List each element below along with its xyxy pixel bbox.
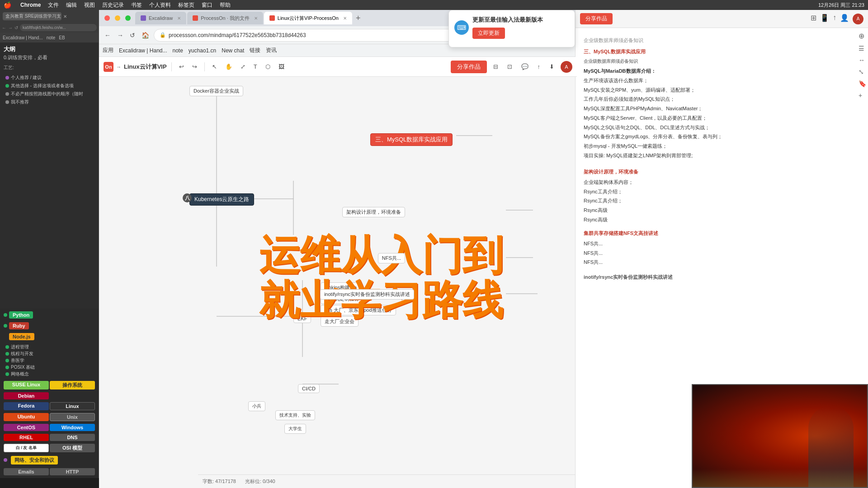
mac-menu-help[interactable]: 帮助 — [220, 1, 231, 9]
node-fedora[interactable]: Fedora — [4, 402, 49, 410]
ri-arrow[interactable]: ↔ — [859, 56, 866, 64]
second-browser-tab[interactable]: 盒兴教育 SRE训练营学习支... — [3, 12, 61, 20]
bm-newchat[interactable]: New chat — [222, 47, 244, 54]
node-docker[interactable]: Docker容器企业实战 — [189, 86, 243, 96]
proc-node-2[interactable]: 兽医学 — [11, 357, 24, 364]
mac-menu-chrome[interactable]: Chrome — [20, 2, 41, 8]
mindmap-toolbar: On → Linux云计算VIP ↩ ↪ ↖ ✋ ⤢ T ⬡ 🖼 分享作品 ⊟ … — [99, 57, 577, 77]
second-browser-url[interactable]: ka5ftfsqk5.feishu.cn/w... — [20, 24, 97, 31]
node-windows[interactable]: Windows — [50, 424, 95, 431]
rp-icon-person[interactable]: 👤 — [840, 14, 849, 24]
traffic-yellow[interactable] — [115, 15, 120, 21]
proc-node-4[interactable]: 网络概念 — [11, 371, 29, 377]
tab-excalidraw[interactable]: Excalidraw ✕ — [135, 12, 186, 24]
node-ubuntu[interactable]: Ubuntu — [4, 413, 49, 421]
proc-node-1[interactable]: 线程与开发 — [11, 351, 33, 357]
connect-btn[interactable]: ⤢ — [238, 61, 248, 72]
node-nodejs[interactable]: Node.js — [9, 333, 34, 340]
fit-btn[interactable]: ⊡ — [505, 61, 515, 72]
word-count: 字数: 47/17178 — [203, 478, 236, 485]
bm-link[interactable]: 链接 — [250, 47, 260, 54]
node-small[interactable]: 小兵 — [248, 401, 265, 411]
node-linux[interactable]: Linux — [50, 402, 95, 410]
notif-update-btn[interactable]: 立即更新 — [472, 28, 505, 39]
zoom-btn[interactable]: ⊟ — [491, 61, 501, 72]
cursor-btn[interactable]: ↖ — [209, 61, 220, 72]
tab-processon-files[interactable]: ProcessOn · 我的文件 ✕ — [187, 12, 263, 24]
new-tab-button[interactable]: + — [353, 14, 363, 23]
node-suse[interactable]: SUSE Linux — [4, 381, 49, 389]
comment-btn[interactable]: 💬 — [519, 61, 531, 72]
text-btn[interactable]: T — [251, 61, 260, 72]
download-btn[interactable]: ⬇ — [547, 61, 557, 72]
mac-menu-profile[interactable]: 个人资料 — [149, 1, 171, 9]
node-unix[interactable]: Unix — [50, 413, 95, 421]
sb-bm-1[interactable]: Excalidraw | Hand... — [3, 35, 43, 40]
share-icon-btn[interactable]: ↑ — [535, 61, 543, 72]
bm-yuchao[interactable]: yuchao1.cn — [189, 47, 216, 54]
rp-icon-layout[interactable]: ⊞ — [811, 14, 816, 24]
topbar-time: 12月26日 周三 21:23 — [818, 2, 864, 9]
mac-menu-view[interactable]: 视图 — [84, 1, 95, 9]
node-debian[interactable]: Debian — [4, 392, 49, 399]
proc-node-0[interactable]: 进程管理 — [11, 344, 29, 350]
notification-popup: ⌨ 更新至最佳输入法最新版本 立即更新 — [448, 10, 575, 47]
mac-menu-edit[interactable]: 编辑 — [66, 1, 77, 9]
proc-node-3[interactable]: POSIX 基础 — [11, 364, 35, 371]
tab-linux-vip[interactable]: Linux云计算VIP-ProcessOn ✕ — [264, 12, 352, 24]
node-osimodel[interactable]: OSI 模型 — [50, 444, 95, 452]
node-rhel[interactable]: RHEL — [4, 434, 49, 441]
node-nfs-cluster[interactable]: NFS共... — [378, 253, 405, 263]
mac-menu-window[interactable]: 窗口 — [202, 1, 212, 9]
node-ruby[interactable]: Ruby — [9, 322, 29, 329]
rp-icon-avatar2[interactable]: A — [853, 14, 863, 24]
home-button[interactable]: 🏠 — [140, 30, 151, 41]
node-network[interactable]: 网络、安全和协议 — [11, 456, 58, 465]
bm-apps[interactable]: 应用 — [103, 47, 113, 54]
bm-note[interactable]: note — [173, 47, 183, 54]
rp-icon-share2[interactable]: ↑ — [833, 14, 836, 24]
rp-toolbar: 分享作品 ⊞ 📱 ↑ 👤 A — [576, 10, 868, 28]
redo-btn[interactable]: ↪ — [189, 61, 200, 72]
node-bigeng[interactable]: 大学生 — [284, 424, 306, 434]
rp-share-btn[interactable]: 分享作品 — [580, 13, 613, 24]
ri-add[interactable]: ⊕ — [859, 32, 866, 40]
sb-bm-2[interactable]: note — [47, 35, 55, 40]
mac-menu-history[interactable]: 历史记录 — [102, 1, 124, 9]
node-arch[interactable]: 架构设计原理，环境准备 — [342, 207, 405, 217]
undo-btn[interactable]: ↩ — [176, 61, 187, 72]
hand-btn[interactable]: ✋ — [222, 61, 235, 72]
node-inotify[interactable]: inotify/rsync实时备份监测秒科实战讲述 — [320, 289, 414, 300]
ri-plus2[interactable]: + — [859, 92, 866, 99]
ri-expand[interactable]: ⤡ — [859, 68, 866, 75]
avatar-btn[interactable]: A — [561, 61, 572, 73]
node-python[interactable]: Python — [9, 311, 33, 319]
node-whitelist[interactable]: 白 / 友 名单 — [4, 444, 49, 452]
forward-button[interactable]: → — [115, 30, 125, 41]
left-sidebar: 盒兴教育 SRE训练营学习支... ✕ ← → ↺ ka5ftfsqk5.fei… — [0, 0, 99, 478]
ri-bookmark[interactable]: 🔖 — [859, 80, 866, 87]
bm-excalidraw[interactable]: Excalidraw | Hand... — [119, 47, 167, 54]
ri-menu[interactable]: ☰ — [859, 45, 866, 52]
traffic-green[interactable] — [125, 15, 131, 21]
mindmap-canvas[interactable]: Docker容器企业实战 Kubernetes云原生之路 八 EKF jenki… — [99, 77, 577, 474]
mac-menu-file[interactable]: 文件 — [48, 1, 59, 9]
node-email[interactable]: Emails — [4, 468, 49, 475]
rp-icon-phone[interactable]: 📱 — [820, 14, 829, 24]
node-http[interactable]: HTTP — [50, 468, 95, 475]
node-opsys[interactable]: 操作系统 — [50, 381, 95, 389]
share-button[interactable]: 分享作品 — [451, 61, 487, 73]
shape-btn[interactable]: ⬡ — [263, 61, 273, 72]
image-btn[interactable]: 🖼 — [276, 61, 287, 72]
mac-menu-tabs[interactable]: 标签页 — [178, 1, 194, 9]
back-button[interactable]: ← — [103, 30, 113, 41]
node-centos[interactable]: CentOS — [4, 424, 49, 431]
mac-menu-bookmark[interactable]: 书签 — [131, 1, 142, 9]
node-tech[interactable]: 技术支持、实验 — [275, 410, 315, 420]
sb-bm-3[interactable]: EB — [59, 35, 65, 40]
bm-news[interactable]: 资讯 — [266, 47, 277, 54]
traffic-red[interactable] — [104, 15, 110, 21]
apple-icon[interactable]: 🍎 — [4, 1, 11, 9]
reload-button[interactable]: ↺ — [128, 30, 137, 41]
node-dns[interactable]: DNS — [50, 434, 95, 441]
